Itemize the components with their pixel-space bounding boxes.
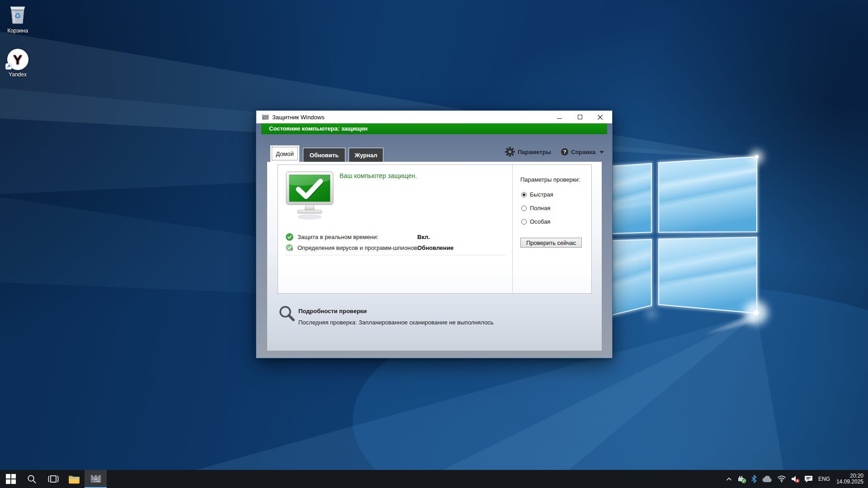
radio-option-custom[interactable]: Особая [521, 218, 550, 225]
folder-icon [68, 474, 80, 484]
separator [285, 255, 505, 255]
action-center-icon[interactable] [804, 475, 813, 483]
file-explorer-button[interactable] [64, 470, 85, 488]
tray-expand-chevron[interactable] [726, 477, 732, 481]
maximize-icon [578, 115, 582, 119]
definitions-row: ? Определения вирусов и программ-шпионов… [286, 244, 505, 252]
search-icon [27, 474, 37, 484]
radio-label: Особая [530, 218, 550, 225]
help-icon: ? [561, 148, 568, 155]
svg-text:?: ? [291, 248, 293, 252]
tab-home[interactable]: Домой [270, 145, 300, 162]
windows-logo-icon [5, 474, 16, 484]
radio-label: Полная [530, 205, 550, 211]
close-icon [598, 115, 603, 120]
system-tray: ENG 20:20 14.09.2025 [726, 470, 868, 488]
yandex-letter: Y [13, 53, 22, 66]
scan-details-title: Подробности проверки [298, 308, 367, 314]
recycle-arrows-icon: ♻ [8, 11, 27, 20]
row-label: Определения вирусов и программ-шпионов: [297, 244, 419, 251]
magnifier-icon [278, 305, 296, 325]
clock-time: 20:20 [850, 473, 863, 479]
realtime-protection-row: Защита в реальном времени: Вкл. [286, 233, 505, 241]
scan-now-button[interactable]: Проверить сейчас [520, 238, 582, 248]
protected-message: Ваш компьютер защищен. [340, 172, 417, 179]
wifi-icon[interactable] [777, 475, 786, 483]
home-tab-page: Ваш компьютер защищен. Защита в реальном… [267, 162, 602, 351]
tab-update[interactable]: Обновить [303, 148, 345, 162]
radio-option-full[interactable]: Полная [521, 205, 550, 211]
clock[interactable]: 20:20 14.09.2025 [836, 473, 863, 485]
maximize-button[interactable] [570, 111, 590, 123]
gear-icon [505, 147, 515, 157]
taskbar: ENG 20:20 14.09.2025 [0, 470, 868, 488]
row-value: Вкл. [417, 234, 430, 240]
close-button[interactable] [590, 111, 610, 123]
chevron-down-icon [599, 151, 604, 154]
tab-history[interactable]: Журнал [349, 148, 383, 162]
shortcut-arrow-icon [5, 63, 12, 71]
start-button[interactable] [0, 470, 21, 488]
radio-label: Быстрая [530, 191, 553, 198]
bluetooth-icon[interactable] [751, 475, 757, 483]
defender-castle-icon [90, 473, 102, 484]
row-label: Защита в реальном времени: [297, 234, 378, 240]
defender-window: Защитник Windows Состояние компьютера: з… [256, 110, 613, 358]
check-circle-icon [286, 233, 293, 241]
chevron-up-icon [726, 477, 732, 481]
desktop-icon-yandex[interactable]: Y Yandex [0, 49, 35, 78]
task-view-icon [47, 474, 59, 483]
language-indicator[interactable]: ENG [818, 476, 830, 482]
radio-selected-icon[interactable] [521, 192, 527, 197]
settings-link[interactable]: Параметры [505, 146, 551, 157]
help-label: Справка [571, 149, 595, 155]
desktop-icon-label: Корзина [0, 28, 35, 34]
protected-computer-icon [286, 171, 335, 223]
status-banner: Состояние компьютера: защищен [261, 123, 607, 134]
desktop-icon-label: Yandex [0, 71, 35, 78]
clock-date: 14.09.2025 [836, 479, 863, 485]
task-view-button[interactable] [42, 470, 64, 488]
radio-icon[interactable] [521, 206, 527, 211]
last-scan-text: Последняя проверка: Запланированное скан… [298, 319, 494, 326]
minimize-icon [557, 118, 562, 119]
safely-remove-hardware-icon[interactable] [736, 474, 746, 483]
protection-status-panel: Ваш компьютер защищен. Защита в реальном… [278, 164, 592, 294]
radio-icon[interactable] [521, 219, 527, 225]
scan-options-panel: Параметры проверки: Быстрая Полная Особа… [513, 165, 591, 293]
check-circle-question-icon: ? [286, 244, 293, 252]
recycle-bin-icon: ♻ [8, 4, 27, 26]
row-value: Обновление [417, 244, 453, 251]
defender-taskbar-button[interactable] [85, 470, 107, 488]
title-bar[interactable]: Защитник Windows [256, 111, 612, 123]
taskbar-search-button[interactable] [21, 470, 42, 488]
minimize-button[interactable] [549, 111, 570, 123]
onedrive-cloud-icon[interactable] [762, 476, 773, 483]
defender-castle-icon [262, 113, 269, 121]
help-link[interactable]: ? Справка [561, 146, 604, 157]
volume-muted-icon[interactable] [791, 475, 800, 483]
settings-label: Параметры [518, 149, 551, 155]
radio-option-quick[interactable]: Быстрая [521, 191, 553, 198]
desktop-icon-recycle-bin[interactable]: ♻ Корзина [0, 4, 35, 34]
scan-options-title: Параметры проверки: [520, 176, 580, 183]
yandex-icon: Y [7, 49, 28, 70]
window-title: Защитник Windows [272, 114, 324, 121]
